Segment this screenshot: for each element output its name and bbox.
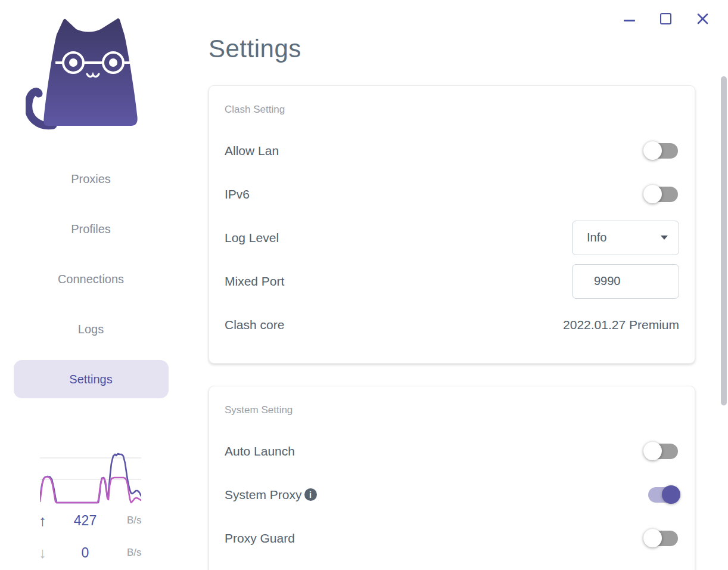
app-window: ProxiesProfilesConnectionsLogsSettings ↑… [0,0,728,570]
row-label: Clash core [225,318,284,332]
card-system-setting: System SettingAuto LaunchSystem ProxyiPr… [209,386,695,570]
toggle-knob [662,485,680,504]
page-title: Settings [209,35,301,63]
log-level-select[interactable]: Info [572,221,679,255]
cat-eye-right [109,58,117,67]
sidebar-item-settings[interactable]: Settings [14,360,169,398]
info-icon[interactable]: i [304,488,317,501]
auto-launch-toggle[interactable] [643,442,679,461]
close-icon [696,13,709,25]
proxy-guard-toggle[interactable] [643,529,679,548]
maximize-button[interactable] [660,13,671,24]
upload-speed-row: ↑ 427 B/s [39,512,158,529]
upload-speed-value: 427 [60,513,110,529]
window-controls [624,11,709,26]
row-label: Log Level [225,231,279,245]
row-label-wrap: IPv6 [225,187,250,202]
toggle-knob [643,529,662,547]
system-proxy-toggle[interactable] [643,485,679,504]
card-clash-setting: Clash SettingAllow LanIPv6Log LevelInfoM… [209,85,695,364]
row-ipv6: IPv6 [225,172,679,216]
select-value: Info [587,231,606,244]
row-label-wrap: Log Level [225,231,279,245]
cat-body [43,18,137,126]
traffic-graph [40,450,141,504]
toggle-knob [643,185,662,203]
row-label: Allow Lan [225,144,279,158]
sidebar-item-connections[interactable]: Connections [14,260,169,298]
maximize-icon [660,13,671,24]
row-label-wrap: System Proxyi [225,488,317,502]
card-heading: System Setting [225,403,679,417]
row-proxy-guard: Proxy Guard [225,516,679,560]
row-label-wrap: Clash core [225,318,284,332]
upload-arrow-icon: ↑ [39,513,60,528]
row-label-wrap: Auto Launch [225,444,295,459]
cat-eye-left [69,58,77,67]
row-label: Proxy Guard [225,531,295,546]
row-system-proxy: System Proxyi [225,473,679,516]
row-label-wrap: Allow Lan [225,144,279,158]
row-label: Auto Launch [225,444,295,459]
card-heading: Clash Setting [225,103,679,117]
close-button[interactable] [696,13,709,25]
row-auto-launch: Auto Launch [225,429,679,473]
chevron-down-icon [661,236,668,240]
toggle-knob [643,442,662,460]
download-speed-value: 0 [60,545,110,561]
download-arrow-icon: ↓ [39,546,60,560]
settings-cards: Clash SettingAllow LanIPv6Log LevelInfoM… [209,85,695,570]
minimize-button[interactable] [624,16,635,21]
sidebar-item-profiles[interactable]: Profiles [14,210,169,248]
row-label-wrap: Proxy Guard [225,531,295,546]
row-label: Mixed Port [225,274,284,289]
row-label-wrap: Mixed Port [225,274,284,289]
toggle-knob [643,141,662,160]
sidebar-item-proxies[interactable]: Proxies [14,160,169,198]
row-label: System Proxy [225,488,302,502]
row-allow-lan: Allow Lan [225,129,679,172]
clash-cat-logo [26,17,142,131]
row-mixed-port: Mixed Port [225,259,679,303]
row-log-level: Log LevelInfo [225,216,679,259]
minimize-icon [624,20,635,21]
sidebar-nav: ProxiesProfilesConnectionsLogsSettings [0,160,182,410]
upload-speed-unit: B/s [110,515,158,526]
download-speed-row: ↓ 0 B/s [39,544,158,562]
row-label: IPv6 [225,187,250,202]
download-line [40,477,141,503]
row-value: 2022.01.27 Premium [563,318,679,332]
mixed-port-input[interactable] [572,264,679,299]
ipv6-toggle[interactable] [643,185,679,204]
sidebar: ProxiesProfilesConnectionsLogsSettings ↑… [0,0,185,570]
download-speed-unit: B/s [110,547,158,559]
traffic-panel: ↑ 427 B/s ↓ 0 B/s [0,446,182,570]
allow-lan-toggle[interactable] [643,141,679,160]
scrollbar-thumb[interactable] [721,76,727,405]
row-clash-core: Clash core2022.01.27 Premium [225,303,679,346]
sidebar-item-logs[interactable]: Logs [14,310,169,348]
